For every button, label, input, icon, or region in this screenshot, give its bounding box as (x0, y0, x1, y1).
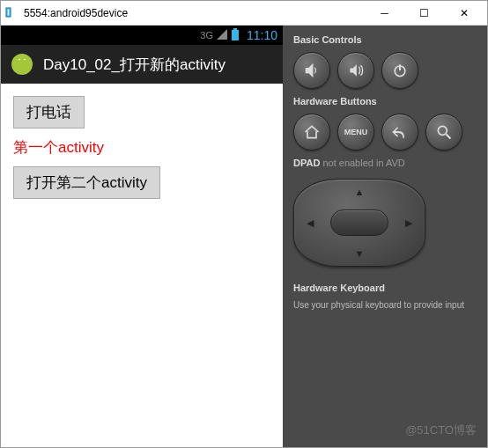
basic-controls-label: Basic Controls (293, 34, 477, 45)
minimize-button[interactable]: ─ (365, 2, 404, 25)
svg-line-11 (447, 135, 451, 139)
basic-controls-row (293, 52, 477, 89)
device-screen: 3G 11:10 Day10_02_打开新的activity 打电话 第一个ac… (1, 26, 283, 447)
maximize-button[interactable]: ☐ (404, 2, 444, 25)
menu-button[interactable]: MENU (337, 114, 374, 151)
call-button[interactable]: 打电话 (13, 96, 85, 129)
svg-rect-2 (233, 28, 237, 30)
dpad: ▲ ▼ ◀ ▶ (293, 179, 425, 267)
hardware-keyboard-desc: Use your physical keyboard to provide in… (293, 300, 477, 310)
titlebar: 5554:android95device ─ ☐ ✕ (1, 1, 487, 26)
volume-up-button[interactable] (337, 52, 374, 89)
android-statusbar: 3G 11:10 (1, 26, 283, 45)
back-button[interactable] (381, 114, 418, 151)
window-controls: ─ ☐ ✕ (365, 2, 484, 25)
dpad-section: DPAD not enabled in AVD (293, 158, 477, 168)
svg-point-10 (438, 126, 447, 135)
watermark: @51CTO博客 (405, 422, 477, 438)
signal-icon (217, 29, 227, 41)
dpad-up-icon[interactable]: ▲ (355, 187, 365, 197)
battery-icon (231, 28, 240, 42)
window-icon (4, 6, 18, 20)
hardware-keyboard-label: Hardware Keyboard (293, 283, 477, 293)
dpad-left-icon[interactable]: ◀ (307, 217, 314, 229)
clock: 11:10 (247, 28, 277, 42)
content-area: 3G 11:10 Day10_02_打开新的activity 打电话 第一个ac… (1, 26, 487, 447)
emulator-window: 5554:android95device ─ ☐ ✕ 3G 11:10 (0, 0, 488, 448)
emulator-controls-panel: Basic Controls Hardware Buttons MENU (283, 26, 487, 447)
actionbar-title: Day10_02_打开新的activity (43, 55, 226, 75)
android-app-icon (10, 52, 34, 77)
volume-down-button[interactable] (293, 52, 330, 89)
svg-rect-5 (17, 61, 27, 70)
close-button[interactable]: ✕ (444, 2, 484, 25)
window-title: 5554:android95device (24, 7, 365, 19)
power-button[interactable] (381, 52, 418, 89)
hardware-buttons-row: MENU (293, 114, 477, 151)
hardware-buttons-label: Hardware Buttons (293, 96, 477, 106)
dpad-note: not enabled in AVD (322, 158, 404, 168)
search-button[interactable] (425, 114, 462, 151)
svg-rect-3 (232, 30, 239, 40)
app-content: 打电话 第一个activity 打开第二个activity (1, 84, 283, 447)
dpad-down-icon[interactable]: ▼ (355, 248, 365, 259)
first-activity-label: 第一个activity (13, 137, 104, 158)
dpad-right-icon[interactable]: ▶ (405, 217, 412, 229)
svg-rect-1 (8, 10, 9, 15)
dpad-body[interactable]: ▲ ▼ ◀ ▶ (293, 179, 425, 267)
open-second-activity-button[interactable]: 打开第二个activity (13, 166, 160, 199)
home-button[interactable] (293, 114, 330, 151)
dpad-center-button[interactable] (330, 209, 388, 236)
android-actionbar: Day10_02_打开新的activity (1, 45, 283, 84)
network-label: 3G (200, 30, 213, 40)
dpad-label: DPAD (293, 158, 320, 168)
